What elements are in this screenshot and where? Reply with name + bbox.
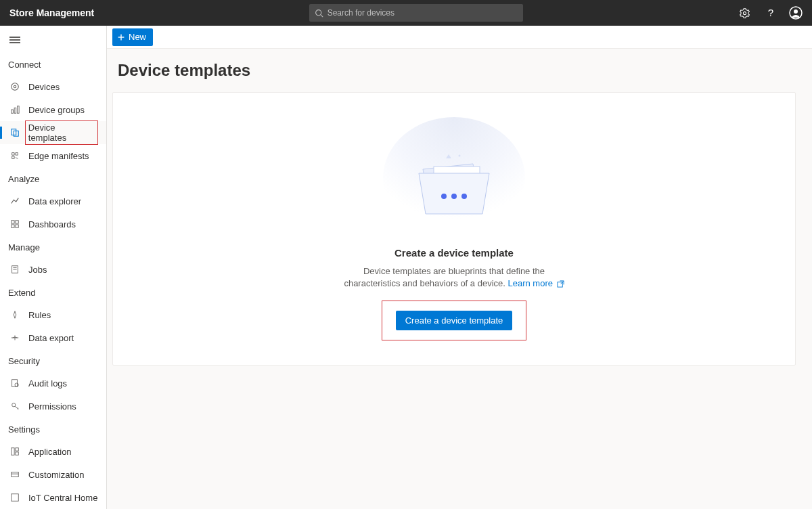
sidebar-item-devices[interactable]: Devices [0,75,106,98]
svg-point-21 [15,383,18,386]
sidebar-section-analyze: Analyze [0,167,106,190]
nav-label: Device groups [28,105,85,115]
settings-icon[interactable] [738,6,751,20]
svg-point-38 [459,155,461,157]
search-icon [315,9,323,18]
nav-label: Devices [28,82,60,92]
device-groups-icon [9,104,20,115]
nav-label: Jobs [28,265,47,275]
external-link-icon [557,280,564,288]
empty-state-card: Create a device template Device template… [112,92,796,366]
svg-point-35 [451,194,457,199]
home-icon [9,492,20,503]
svg-rect-14 [12,225,14,227]
svg-point-5 [12,83,19,91]
sidebar-item-data-explorer[interactable]: Data explorer [0,190,106,213]
svg-marker-19 [14,311,16,319]
svg-rect-28 [12,494,19,502]
device-templates-icon [9,127,20,138]
nav-label: Permissions [28,401,76,412]
nav-label: Device templates [28,123,66,143]
svg-rect-7 [12,110,14,113]
jobs-icon [9,264,20,275]
devices-icon [9,81,20,92]
folder-icon [407,150,501,225]
nav-label: Dashboards [28,219,76,229]
sidebar-item-edge-manifests[interactable]: Edge manifests [0,144,106,167]
application-icon [9,446,20,457]
sidebar-item-device-groups[interactable]: Device groups [0,98,106,121]
help-icon[interactable]: ? [763,6,777,20]
svg-rect-15 [16,225,18,227]
svg-point-0 [315,9,321,15]
sidebar-item-customization[interactable]: Customization [0,463,106,486]
nav-label: Customization [28,470,84,480]
data-explorer-icon [9,196,20,206]
nav-label: Application [28,447,72,457]
customization-icon [9,469,20,480]
nav-label: Edge manifests [28,151,89,161]
sidebar-section-settings: Settings [0,418,106,440]
plus-icon [116,32,126,42]
sidebar-section-security: Security [0,349,106,372]
svg-text:?: ? [767,7,773,18]
search-input[interactable] [328,8,518,18]
svg-point-6 [14,85,16,88]
svg-rect-12 [12,221,14,223]
create-device-template-button[interactable]: Create a device template [396,311,513,330]
learn-more-link[interactable]: Learn more [508,278,552,288]
nav-label: Data export [28,333,74,343]
svg-rect-8 [14,108,16,113]
new-button-label: New [129,32,146,42]
highlighted-button-area: Create a device template [382,301,527,340]
sidebar-item-jobs[interactable]: Jobs [0,258,106,281]
hamburger-icon[interactable] [0,31,106,53]
sidebar-item-device-templates[interactable]: Device templates [0,121,106,144]
svg-rect-26 [12,472,19,477]
empty-title: Create a device template [394,247,514,259]
nav-label: Rules [28,310,51,320]
empty-illustration [383,117,525,239]
sidebar-item-data-export[interactable]: Data export [0,326,106,349]
data-export-icon [9,332,20,343]
svg-rect-23 [12,448,14,456]
main-content: New Device templates [107,26,812,509]
nav-label: Audit logs [28,378,67,389]
svg-rect-13 [16,221,18,223]
sidebar-item-dashboards[interactable]: Dashboards [0,213,106,236]
svg-rect-9 [18,106,20,114]
svg-point-36 [461,194,467,199]
edge-manifests-icon [9,150,20,161]
permissions-icon [9,401,20,412]
audit-logs-icon [9,378,20,389]
sidebar-item-audit-logs[interactable]: Audit logs [0,372,106,395]
nav-label: IoT Central Home [28,493,97,503]
svg-point-4 [794,9,798,14]
account-icon[interactable] [789,6,803,20]
page-title: Device templates [118,49,796,92]
sidebar-item-rules[interactable]: Rules [0,303,106,326]
rules-icon [9,309,20,320]
new-button[interactable]: New [112,28,153,46]
svg-rect-25 [16,452,18,455]
nav-label: Data explorer [28,196,81,206]
sidebar-item-permissions[interactable]: Permissions [0,395,106,418]
sidebar: Connect Devices Device groups Device tem… [0,26,107,509]
sidebar-item-application[interactable]: Application [0,440,106,463]
app-title: Store Management [9,7,94,18]
top-bar: Store Management ? [0,0,812,26]
svg-rect-24 [16,448,18,451]
search-box[interactable] [309,4,523,22]
sidebar-section-manage: Manage [0,236,106,258]
svg-line-1 [321,14,323,16]
sidebar-section-extend: Extend [0,281,106,303]
svg-point-34 [441,194,447,199]
sidebar-item-iot-central-home[interactable]: IoT Central Home [0,486,106,509]
sidebar-section-connect: Connect [0,53,106,75]
command-bar: New [107,26,812,49]
empty-description: Device templates are blueprints that def… [342,265,566,290]
dashboards-icon [9,219,20,229]
svg-marker-37 [446,154,451,158]
